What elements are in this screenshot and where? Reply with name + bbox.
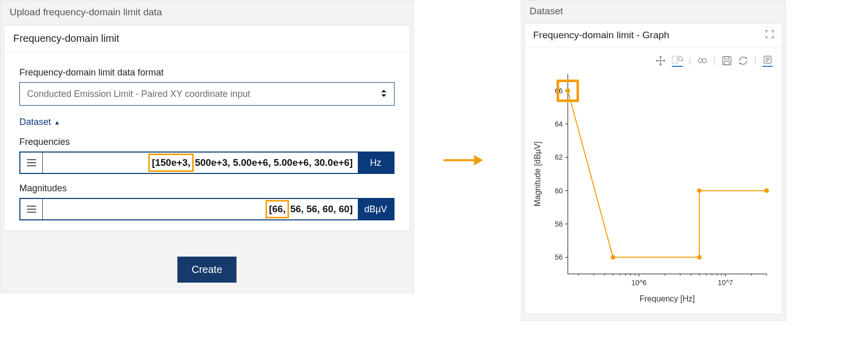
zoom-icon[interactable] — [672, 55, 683, 67]
panel-title: Upload frequency-domain limit data — [1, 1, 413, 25]
caret-up-icon: ▲ — [54, 119, 60, 126]
chart-toolbar: | | | — [525, 47, 782, 69]
select-caret-icon — [381, 89, 387, 98]
dataset-panel-title: Dataset — [521, 1, 785, 23]
dataset-panel: Dataset Frequency-domain limit - Graph — [521, 0, 786, 321]
svg-rect-0 — [672, 56, 677, 63]
format-select-value: Conducted Emission Limit - Paired XY coo… — [27, 89, 250, 99]
magnitudes-rest: 56, 56, 60, 60] — [290, 204, 353, 215]
create-button[interactable]: Create — [177, 257, 236, 283]
magnitudes-block: Magnitudes [66, 56, 56, 60, 60] dBµV — [19, 183, 394, 220]
svg-point-3 — [702, 59, 706, 63]
reset-zoom-icon[interactable] — [697, 56, 707, 66]
svg-text:60: 60 — [555, 187, 563, 195]
toolbar-separator: | — [689, 56, 691, 65]
svg-point-1 — [678, 57, 682, 61]
frequencies-highlight: [150e+3, — [148, 154, 194, 172]
frequencies-block: Frequencies [150e+3, 500e+3, 5.00e+6, 5.… — [19, 137, 394, 174]
magnitudes-input-row: [66, 56, 56, 60, 60] dBµV — [19, 198, 394, 220]
frequencies-input-row: [150e+3, 500e+3, 5.00e+6, 5.00e+6, 30.0e… — [19, 152, 394, 174]
refresh-icon[interactable] — [738, 56, 748, 66]
svg-text:56: 56 — [555, 253, 563, 261]
svg-rect-6 — [724, 61, 729, 65]
svg-point-50 — [765, 188, 769, 193]
svg-point-48 — [697, 255, 702, 260]
format-label: Frequency-domain limit data format — [19, 67, 394, 78]
fullscreen-icon[interactable] — [766, 30, 774, 40]
svg-text:10^7: 10^7 — [718, 279, 733, 287]
frequencies-label: Frequencies — [19, 137, 394, 147]
arrow-icon — [443, 155, 483, 165]
frequencies-input[interactable]: [150e+3, 500e+3, 5.00e+6, 5.00e+6, 30.0e… — [43, 153, 358, 173]
format-select[interactable]: Conducted Emission Limit - Paired XY coo… — [19, 82, 394, 106]
magnitudes-input[interactable]: [66, 56, 56, 60, 60] — [43, 199, 358, 219]
dataset-toggle-label: Dataset — [19, 117, 51, 128]
chart-svg: 56586062646610^610^7Frequency [Hz]Magnit… — [531, 69, 776, 309]
magnitudes-highlight: [66, — [266, 200, 290, 218]
frequencies-unit: Hz — [358, 153, 393, 173]
svg-text:10^6: 10^6 — [632, 279, 647, 287]
graph-header: Frequency-domain limit - Graph — [525, 23, 782, 47]
svg-point-2 — [698, 59, 702, 63]
chart-area: 56586062646610^610^7Frequency [Hz]Magnit… — [531, 69, 776, 309]
notes-icon[interactable] — [762, 55, 773, 67]
svg-text:58: 58 — [555, 220, 563, 228]
upload-panel: Upload frequency-domain limit data Frequ… — [0, 0, 414, 293]
svg-text:Magnitude [dBµV]: Magnitude [dBµV] — [533, 141, 542, 207]
svg-text:64: 64 — [555, 120, 563, 128]
card-header: Frequency-domain limit — [4, 26, 410, 52]
toolbar-separator: | — [754, 56, 756, 65]
svg-text:62: 62 — [555, 153, 563, 161]
frequencies-rest: 500e+3, 5.00e+6, 5.00e+6, 30.0e+6] — [195, 157, 353, 168]
graph-title: Frequency-domain limit - Graph — [533, 30, 669, 41]
svg-point-49 — [697, 188, 702, 193]
limit-card: Frequency-domain limit Frequency-domain … — [4, 25, 410, 231]
save-icon[interactable] — [722, 56, 732, 66]
svg-text:Frequency [Hz]: Frequency [Hz] — [640, 294, 695, 303]
svg-point-47 — [611, 255, 615, 260]
card-body: Frequency-domain limit data format Condu… — [4, 52, 410, 220]
graph-card: Frequency-domain limit - Graph | — [524, 23, 782, 314]
svg-rect-5 — [725, 57, 729, 59]
magnitudes-label: Magnitudes — [19, 183, 394, 194]
magnitudes-unit: dBµV — [358, 199, 393, 219]
toolbar-separator: | — [714, 56, 716, 65]
dataset-toggle[interactable]: Dataset ▲ — [19, 117, 60, 128]
first-point-highlight — [557, 80, 579, 102]
hamburger-icon[interactable] — [20, 153, 43, 173]
pan-icon[interactable] — [655, 56, 666, 66]
hamburger-icon[interactable] — [20, 199, 43, 219]
